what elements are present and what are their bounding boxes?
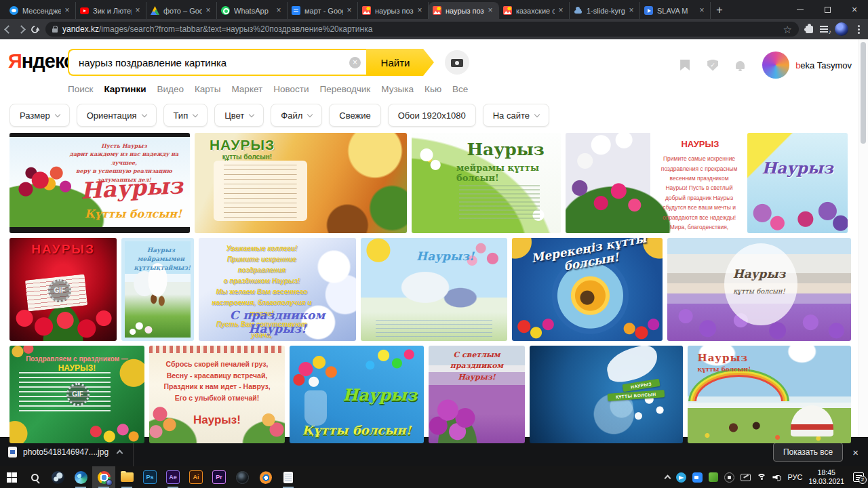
tab-close-icon[interactable]: × [627, 6, 636, 16]
filter-button[interactable]: Цвет [214, 104, 264, 127]
nav-item-музыка[interactable]: Музыка [381, 84, 414, 98]
image-result[interactable]: Мерекеңіз құтты болсын! [512, 238, 663, 341]
reload-icon[interactable] [30, 24, 40, 34]
browser-tab[interactable]: наурыз поз× [429, 2, 499, 19]
taskbar-steam[interactable] [46, 466, 69, 488]
taskbar-notepad[interactable] [277, 466, 300, 488]
browser-tab[interactable]: наурыз поз× [358, 2, 429, 19]
volume-icon[interactable] [772, 474, 781, 481]
nav-item-кью[interactable]: Кью [425, 84, 441, 98]
clear-search-icon[interactable]: × [349, 57, 361, 68]
browser-menu-icon[interactable] [858, 28, 860, 30]
green-app-tray-icon[interactable] [709, 472, 718, 482]
search-button[interactable]: Найти [366, 49, 434, 76]
taskbar-chrome[interactable] [92, 466, 115, 488]
nav-item-все[interactable]: Все [452, 84, 468, 98]
tab-close-icon[interactable]: × [486, 6, 495, 16]
protect-shield-icon[interactable]: ✓ [707, 60, 718, 71]
browser-profile-avatar[interactable] [835, 22, 848, 36]
maximize-button[interactable] [814, 0, 841, 19]
recorder-tray-icon[interactable] [724, 472, 734, 483]
tray-expand-icon[interactable] [665, 475, 671, 482]
browser-tab[interactable]: 1-slide-kyrg× [570, 2, 640, 19]
taskbar-edge[interactable] [69, 466, 92, 488]
image-result[interactable]: Поздравляем с праздником — НАУРЫЗ!GIF [9, 346, 144, 443]
close-window-button[interactable]: × [841, 0, 868, 19]
browser-tab[interactable]: Мессендже× [5, 2, 76, 19]
bookmark-star-icon[interactable]: ☆ [783, 24, 792, 35]
image-result[interactable]: Наурызмейрамы құтты болсын! [412, 133, 561, 233]
close-shelf-icon[interactable]: × [852, 447, 859, 458]
user-profile[interactable]: beka Tasymov [762, 52, 852, 79]
image-result[interactable]: Уважаемые коллеги!Примите искренние позд… [199, 238, 356, 341]
browser-tab[interactable]: WhatsApp× [217, 2, 288, 19]
image-result[interactable]: Сбрось скорей печалей груз,Весну - краса… [149, 346, 285, 443]
image-result[interactable]: Наурыз мейрамымен құттықтаймыз! [121, 238, 194, 341]
image-result[interactable]: НАУРЫЗҚҰТТЫ БОЛСЫН [530, 346, 683, 443]
taskbar-after-effects[interactable]: Ae [161, 466, 184, 488]
yandex-logo[interactable]: Яндекс [8, 50, 68, 73]
tab-close-icon[interactable]: × [274, 6, 283, 16]
nav-item-маркет[interactable]: Маркет [231, 84, 262, 98]
clock[interactable]: 18:4519.03.2021 [808, 468, 844, 486]
taskbar-start[interactable] [0, 466, 23, 488]
search-input[interactable] [79, 57, 349, 68]
taskbar-explorer[interactable] [115, 466, 138, 488]
notifications-bell-icon[interactable] [736, 61, 745, 69]
extensions-icon[interactable] [806, 26, 813, 33]
download-options-icon[interactable] [117, 450, 123, 457]
back-icon[interactable] [4, 25, 13, 34]
filter-button[interactable]: Файл [271, 104, 322, 127]
image-result[interactable]: Наурыз! [361, 238, 507, 341]
image-result[interactable]: НАУРЫЗGIF [9, 238, 117, 341]
user-avatar[interactable] [762, 52, 789, 79]
action-center-icon[interactable]: 2 [853, 472, 864, 482]
playlist-extension-icon[interactable] [820, 26, 828, 33]
pen-tablet-tray-icon[interactable] [741, 474, 751, 481]
address-bar[interactable]: yandex.kz/images/search?from=tabbar&text… [45, 22, 799, 37]
nav-item-картинки[interactable]: Картинки [104, 84, 146, 98]
nav-item-карты[interactable]: Карты [195, 84, 220, 98]
wifi-icon[interactable] [757, 474, 766, 481]
browser-tab[interactable]: казахские с× [499, 2, 570, 19]
tab-close-icon[interactable]: × [697, 6, 707, 16]
image-result[interactable]: НаурызҚұтты болсын! [290, 346, 424, 443]
nav-item-поиск[interactable]: Поиск [68, 84, 93, 98]
taskbar-photoshop[interactable]: Ps [138, 466, 161, 488]
tab-close-icon[interactable]: × [344, 6, 354, 16]
image-result[interactable]: Наурыз [747, 133, 848, 233]
forward-icon[interactable] [17, 25, 26, 34]
filter-button[interactable]: Тип [163, 104, 208, 127]
browser-tab[interactable]: март - Goog× [288, 2, 358, 19]
taskbar-illustrator[interactable]: Ai [184, 466, 208, 488]
image-result[interactable]: Пусть Наурыздарит каждому из нас надежду… [9, 133, 190, 233]
page-scrollbar[interactable] [859, 39, 868, 437]
nav-item-новости[interactable]: Новости [273, 84, 309, 98]
taskbar-searchtb[interactable] [23, 466, 46, 488]
tab-close-icon[interactable]: × [203, 6, 213, 16]
image-result[interactable]: НАУРЫЗқұтты болсын! [195, 133, 407, 233]
tab-close-icon[interactable]: × [133, 6, 142, 16]
filter-button[interactable]: Обои 1920x1080 [388, 104, 476, 127]
filter-button[interactable]: Свежие [329, 104, 380, 127]
new-tab-button[interactable]: + [711, 2, 728, 19]
scrollbar-thumb[interactable] [861, 42, 866, 144]
zoom-tray-icon[interactable] [692, 472, 703, 483]
language-indicator[interactable]: РУС [787, 473, 802, 481]
tab-close-icon[interactable]: × [62, 6, 72, 16]
tab-close-icon[interactable]: × [415, 6, 425, 16]
filter-button[interactable]: Ориентация [77, 104, 157, 127]
filter-button[interactable]: На сайте [483, 104, 549, 127]
image-result[interactable]: НАУРЫЗПримите самые искренние поздравлен… [566, 133, 743, 233]
browser-tab[interactable]: SLAVA M× [640, 2, 711, 19]
taskbar-lens[interactable] [231, 466, 254, 488]
image-search-camera-icon[interactable] [445, 50, 469, 75]
browser-tab[interactable]: фото – Goog× [146, 2, 217, 19]
minimize-button[interactable] [787, 0, 814, 19]
tab-close-icon[interactable]: × [556, 6, 566, 16]
show-all-downloads-button[interactable]: Показать все [773, 443, 843, 462]
nav-item-видео[interactable]: Видео [157, 84, 184, 98]
taskbar-blender[interactable] [254, 466, 277, 488]
image-result[interactable]: С светлым праздникомНаурыз! [429, 346, 525, 443]
nav-item-переводчик[interactable]: Переводчик [319, 84, 370, 98]
